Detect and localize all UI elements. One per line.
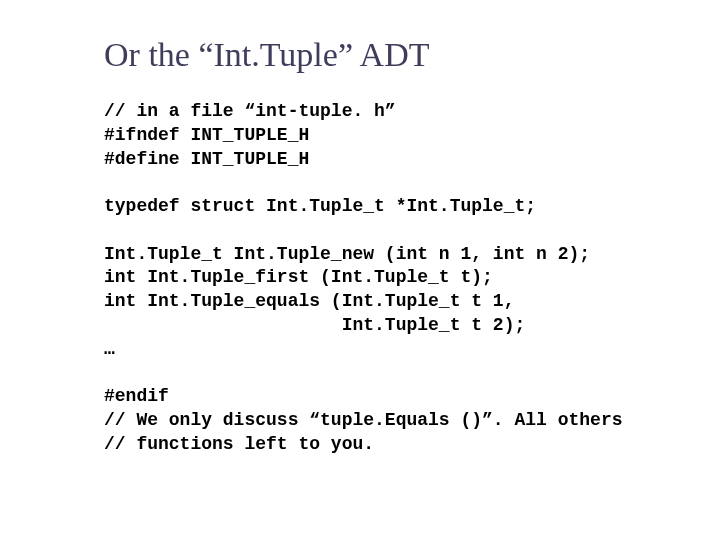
code-line: Int.Tuple_t t 2); <box>104 315 525 335</box>
code-line: int Int.Tuple_equals (Int.Tuple_t t 1, <box>104 291 514 311</box>
code-line: Int.Tuple_t Int.Tuple_new (int n 1, int … <box>104 244 590 264</box>
code-line: typedef struct Int.Tuple_t *Int.Tuple_t; <box>104 196 536 216</box>
slide: Or the “Int.Tuple” ADT // in a file “int… <box>0 0 720 540</box>
code-line: // functions left to you. <box>104 434 374 454</box>
code-line: // We only discuss “tuple.Equals ()”. Al… <box>104 410 622 430</box>
code-line: #endif <box>104 386 169 406</box>
code-line: #define INT_TUPLE_H <box>104 149 309 169</box>
slide-title: Or the “Int.Tuple” ADT <box>104 36 650 74</box>
code-line: int Int.Tuple_first (Int.Tuple_t t); <box>104 267 493 287</box>
code-block: // in a file “int-tuple. h” #ifndef INT_… <box>104 100 650 456</box>
code-line: … <box>104 339 115 359</box>
code-line: // in a file “int-tuple. h” <box>104 101 396 121</box>
code-line: #ifndef INT_TUPLE_H <box>104 125 309 145</box>
